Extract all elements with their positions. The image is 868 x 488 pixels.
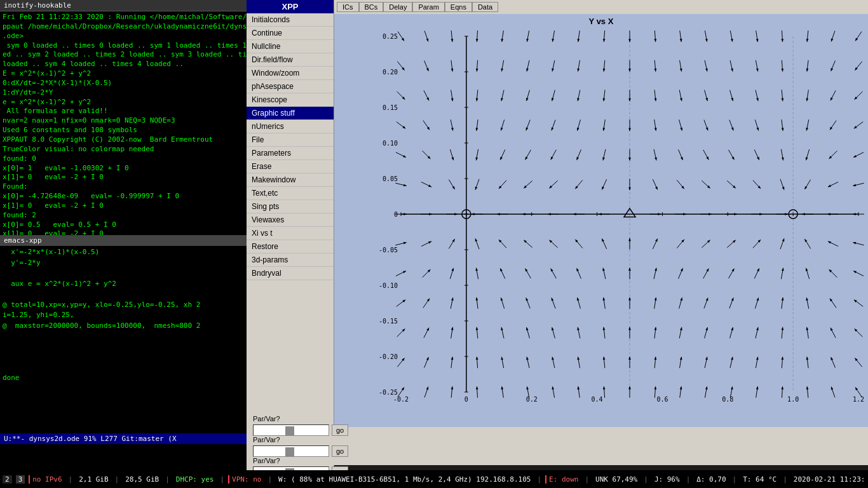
svg-text:0.25: 0.25	[383, 33, 398, 40]
controls-bar: Par/Var? go Par/Var? go Par/Var? go	[247, 427, 868, 465]
menu-item-phasespace[interactable]: phAsespace	[247, 80, 334, 93]
svg-text:-0.15: -0.15	[379, 318, 398, 325]
tab-bcs[interactable]: BCs	[359, 2, 384, 12]
svg-text:0.8: 0.8	[722, 396, 733, 403]
status-segment-3: DHCP: yes	[173, 475, 217, 484]
menu-item-erase[interactable]: Erase	[247, 160, 334, 173]
emacs-content: x'=-2*x*(x-1)*(x-0.5) y'=-2*y aux e = x^…	[0, 246, 247, 462]
statusbar-segments: no IPv6|2,1 GiB|28,5 GiB|DHCP: yes|VPN: …	[29, 475, 865, 484]
xpp-menu-panel: XPP InitialcondsContinueNullclineDir.fie…	[247, 0, 334, 470]
status-segment-1: 2,1 GiB	[76, 475, 111, 484]
plot-title: Y vs X	[334, 14, 868, 29]
svg-text:-0.10: -0.10	[379, 282, 398, 289]
par-var-group-1: Par/Var? go	[253, 436, 348, 457]
menu-item-parameters[interactable]: Parameters	[247, 147, 334, 160]
par-var-slider-1[interactable]	[253, 445, 329, 457]
menu-item-numerics[interactable]: nUmerics	[247, 120, 334, 133]
status-segment-9: Δ: 0,70	[694, 475, 728, 484]
menu-item-continue[interactable]: Continue	[247, 27, 334, 40]
status-segment-0: no IPv6	[29, 475, 64, 484]
svg-text:-0.05: -0.05	[379, 247, 398, 254]
tab-eqns[interactable]: Eqns	[445, 2, 472, 12]
svg-text:-0.25: -0.25	[379, 389, 398, 396]
menu-item-kinescope[interactable]: Kinescope	[247, 93, 334, 107]
tabs-container: ICsBCsDelayParamEqnsData	[337, 2, 498, 12]
status-segment-4: VPN: no	[228, 475, 264, 484]
par-var-group-0: Par/Var? go	[253, 415, 348, 436]
par-var-inner-0: go	[253, 424, 348, 436]
svg-text:-0.2: -0.2	[393, 396, 409, 403]
menu-item-viewaxes[interactable]: Viewaxes	[247, 214, 334, 227]
svg-text:1.2: 1.2	[853, 396, 864, 403]
tab-bar: ICsBCsDelayParamEqnsData	[334, 0, 868, 14]
svg-text:0.05: 0.05	[383, 175, 398, 182]
emacs-title: emacs-xpp	[0, 235, 247, 246]
plot-svg: -0.200.20.40.60.81.01.2-0.25-0.20-0.15-0…	[369, 30, 865, 411]
menu-item-dir-field-flow[interactable]: Dir.field/flow	[247, 53, 334, 67]
plot-area: Y vs X -0.200.20.40.60.81.01.2-0.25-0.20…	[334, 14, 868, 427]
controls-container: Par/Var? go Par/Var? go Par/Var? go	[253, 415, 348, 478]
par-var-label-2: Par/Var?	[253, 457, 348, 464]
svg-text:0.2: 0.2	[526, 396, 538, 403]
menu-item-bndryval[interactable]: Bndryval	[247, 267, 334, 280]
emacs-statusbar: U:**- dynsys2d.ode 91% L277 Git:master (…	[0, 433, 247, 444]
tab-param[interactable]: Param	[412, 2, 444, 12]
status-segment-10: T: 64 °C	[740, 475, 779, 484]
xpp-title: XPP	[247, 0, 334, 13]
status-num-2: 3	[16, 475, 25, 484]
par-var-label-0: Par/Var?	[253, 415, 348, 423]
status-segment-11: 2020-02-21 11:23:10	[791, 475, 865, 484]
svg-text:0: 0	[465, 396, 468, 403]
svg-text:-0.20: -0.20	[379, 353, 398, 360]
go-btn-0[interactable]: go	[332, 424, 348, 436]
status-segment-2: 28,5 GiB	[123, 475, 161, 484]
tab-delay[interactable]: Delay	[383, 2, 412, 12]
menu-item-restore[interactable]: Restore	[247, 240, 334, 254]
menu-item-nullcline[interactable]: Nullcline	[247, 40, 334, 53]
svg-text:1.0: 1.0	[787, 396, 799, 403]
par-var-inner-1: go	[253, 445, 348, 457]
go-btn-1[interactable]: go	[332, 445, 348, 457]
xpp-menu: InitialcondsContinueNullclineDir.field/f…	[247, 13, 334, 280]
par-var-label-1: Par/Var?	[253, 436, 348, 444]
svg-text:0.15: 0.15	[383, 104, 398, 111]
menu-item-graphic-stuff[interactable]: Graphic stuff	[247, 107, 334, 120]
status-segment-5: W: ( 88% at HUAWEI-B315-6B51, 1 Mb/s, 2,…	[276, 475, 533, 484]
menu-item-xi-vs-t[interactable]: Xi vs t	[247, 227, 334, 240]
menu-item-window-zoom[interactable]: Window/zoom	[247, 67, 334, 80]
menu-item-makewindow[interactable]: Makewindow	[247, 173, 334, 187]
svg-text:0.20: 0.20	[383, 69, 398, 76]
terminal-content: Fri Feb 21 11:22:33 2020 : Running </hom…	[0, 11, 247, 240]
menu-item-text-etc[interactable]: Text,etc	[247, 187, 334, 200]
menu-item-initialconds[interactable]: Initialconds	[247, 13, 334, 27]
svg-text:0.10: 0.10	[383, 140, 398, 147]
par-var-slider-0[interactable]	[253, 424, 329, 436]
tab-data[interactable]: Data	[472, 2, 498, 12]
status-segment-6: E: down	[545, 475, 581, 484]
status-bar: 2 3 no IPv6|2,1 GiB|28,5 GiB|DHCP: yes|V…	[0, 470, 868, 488]
terminal-title: inotify-hookable	[0, 0, 247, 11]
status-num-1: 2	[3, 475, 12, 484]
svg-text:0.6: 0.6	[656, 396, 668, 403]
tab-ics[interactable]: ICs	[337, 2, 359, 12]
status-segment-7: UNK 67,49%	[593, 475, 640, 484]
menu-item-file[interactable]: File	[247, 133, 334, 147]
menu-item-sing-pts[interactable]: Sing pts	[247, 200, 334, 214]
emacs-window: emacs-xpp x'=-2*x*(x-1)*(x-0.5) y'=-2*y …	[0, 235, 247, 462]
svg-text:0.4: 0.4	[592, 396, 603, 403]
status-segment-8: J: 96%	[652, 475, 682, 484]
menu-item-3d-params[interactable]: 3d-params	[247, 254, 334, 267]
